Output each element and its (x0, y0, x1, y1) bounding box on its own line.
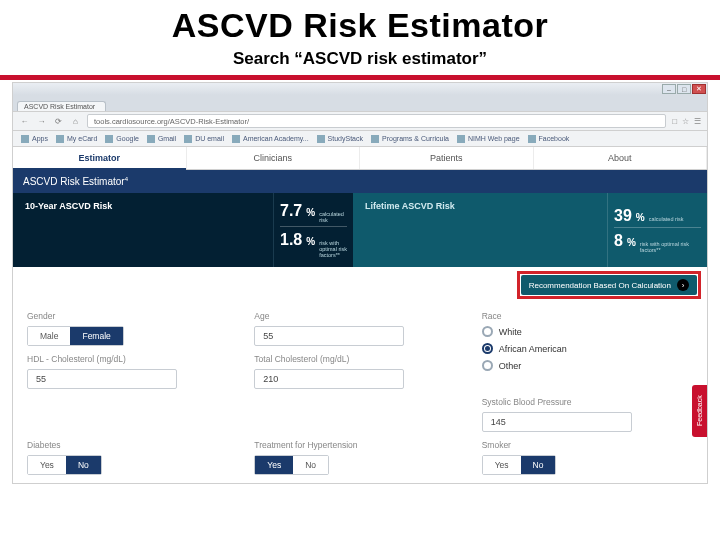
apps-icon (21, 135, 29, 143)
smoker-group: Smoker Yes No (482, 440, 693, 475)
sbp-group: Systolic Blood Pressure 145 (482, 397, 693, 432)
life-calc-value: 39 (614, 208, 632, 224)
diabetes-label: Diabetes (27, 440, 238, 450)
favicon-icon (184, 135, 192, 143)
bookmark-item[interactable]: StudyStack (317, 135, 363, 143)
home-icon[interactable]: ⌂ (70, 116, 81, 127)
close-button[interactable]: ✕ (692, 84, 706, 94)
bookmark-item[interactable]: My eCard (56, 135, 97, 143)
risk-summary: 10-Year ASCVD Risk 7.7%calculated risk 1… (13, 193, 707, 267)
gender-label: Gender (27, 311, 238, 321)
gender-male[interactable]: Male (28, 327, 70, 345)
hdl-label: HDL - Cholesterol (mg/dL) (27, 354, 238, 364)
age-group: Age 55 (254, 311, 465, 346)
menu-icon[interactable]: ☰ (694, 117, 701, 126)
diabetes-group: Diabetes Yes No (27, 440, 238, 475)
recommendation-highlight: Recommendation Based On Calculation › (517, 271, 701, 299)
feedback-tab[interactable]: Feedback (692, 385, 707, 437)
title-underline (0, 75, 720, 80)
tab-strip: ASCVD Risk Estimator (13, 95, 707, 111)
maximize-button[interactable]: □ (677, 84, 691, 94)
page-content: Estimator Clinicians Patients About ASCV… (13, 147, 707, 483)
lifetime-label: Lifetime ASCVD Risk (353, 193, 607, 267)
ten-year-values: 7.7%calculated risk 1.8%risk with optima… (273, 193, 353, 267)
address-row: ← → ⟳ ⌂ tools.cardiosource.org/ASCVD-Ris… (13, 111, 707, 131)
recommendation-label: Recommendation Based On Calculation (529, 281, 671, 290)
bookmark-item[interactable]: Google (105, 135, 139, 143)
risk-form: Gender Male Female Age 55 Race White Afr… (13, 301, 707, 483)
bookmark-item[interactable]: Gmail (147, 135, 176, 143)
sbp-input[interactable]: 145 (482, 412, 632, 432)
address-bar[interactable]: tools.cardiosource.org/ASCVD-Risk-Estima… (87, 114, 666, 128)
diabetes-no[interactable]: No (66, 456, 101, 474)
gender-female[interactable]: Female (70, 327, 122, 345)
page-tools-icon[interactable]: □ (672, 117, 677, 126)
bookmarks-bar: Apps My eCard Google Gmail DU email Amer… (13, 131, 707, 147)
age-input[interactable]: 55 (254, 326, 404, 346)
bookmark-item[interactable]: DU email (184, 135, 224, 143)
radio-icon (482, 360, 493, 371)
bookmark-item[interactable]: NIMH Web page (457, 135, 520, 143)
htn-no[interactable]: No (293, 456, 328, 474)
htn-group: Treatment for Hypertension Yes No (254, 440, 465, 475)
smoker-toggle[interactable]: Yes No (482, 455, 557, 475)
smoker-no[interactable]: No (521, 456, 556, 474)
htn-yes[interactable]: Yes (255, 456, 293, 474)
browser-tab[interactable]: ASCVD Risk Estimator (17, 101, 106, 111)
ten-calc-value: 7.7 (280, 203, 302, 219)
browser-window: – □ ✕ ASCVD Risk Estimator ← → ⟳ ⌂ tools… (12, 82, 708, 484)
forward-icon[interactable]: → (36, 116, 47, 127)
race-group: Race White African American Other (482, 311, 693, 389)
favicon-icon (371, 135, 379, 143)
tab-clinicians[interactable]: Clinicians (187, 147, 361, 169)
star-icon[interactable]: ☆ (682, 117, 689, 126)
race-white[interactable]: White (482, 326, 693, 337)
tc-input[interactable]: 210 (254, 369, 404, 389)
url-text: tools.cardiosource.org/ASCVD-Risk-Estima… (94, 117, 249, 126)
back-icon[interactable]: ← (19, 116, 30, 127)
life-opt-value: 8 (614, 233, 623, 249)
tc-label: Total Cholesterol (mg/dL) (254, 354, 465, 364)
recommendation-row: Recommendation Based On Calculation › (13, 267, 707, 301)
hdl-group: HDL - Cholesterol (mg/dL) 55 (27, 354, 238, 389)
slide-subtitle: Search “ASCVD risk estimator” (0, 49, 720, 69)
minimize-button[interactable]: – (662, 84, 676, 94)
bookmark-item[interactable]: Facebook (528, 135, 570, 143)
race-label: Race (482, 311, 693, 321)
slide-title: ASCVD Risk Estimator (0, 6, 720, 45)
gender-toggle[interactable]: Male Female (27, 326, 124, 346)
apps-button[interactable]: Apps (21, 135, 48, 143)
chevron-right-icon: › (677, 279, 689, 291)
diabetes-toggle[interactable]: Yes No (27, 455, 102, 475)
ten-opt-value: 1.8 (280, 232, 302, 248)
sbp-label: Systolic Blood Pressure (482, 397, 693, 407)
favicon-icon (147, 135, 155, 143)
tab-estimator[interactable]: Estimator (13, 147, 187, 169)
radio-icon (482, 326, 493, 337)
favicon-icon (528, 135, 536, 143)
bookmark-item[interactable]: Programs & Curricula (371, 135, 449, 143)
favicon-icon (105, 135, 113, 143)
favicon-icon (457, 135, 465, 143)
address-actions: □ ☆ ☰ (672, 117, 701, 126)
favicon-icon (232, 135, 240, 143)
apps-label: Apps (32, 135, 48, 142)
app-title: ASCVD Risk Estimator4 (13, 170, 707, 193)
ten-year-label: 10-Year ASCVD Risk (13, 193, 273, 267)
race-other[interactable]: Other (482, 360, 693, 371)
radio-icon (482, 343, 493, 354)
favicon-icon (317, 135, 325, 143)
bookmark-item[interactable]: American Academy... (232, 135, 309, 143)
hdl-input[interactable]: 55 (27, 369, 177, 389)
age-label: Age (254, 311, 465, 321)
smoker-yes[interactable]: Yes (483, 456, 521, 474)
top-nav: Estimator Clinicians Patients About (13, 147, 707, 170)
favicon-icon (56, 135, 64, 143)
tab-about[interactable]: About (534, 147, 708, 169)
tab-patients[interactable]: Patients (360, 147, 534, 169)
diabetes-yes[interactable]: Yes (28, 456, 66, 474)
htn-toggle[interactable]: Yes No (254, 455, 329, 475)
reload-icon[interactable]: ⟳ (53, 116, 64, 127)
race-african-american[interactable]: African American (482, 343, 693, 354)
recommendation-button[interactable]: Recommendation Based On Calculation › (521, 275, 697, 295)
